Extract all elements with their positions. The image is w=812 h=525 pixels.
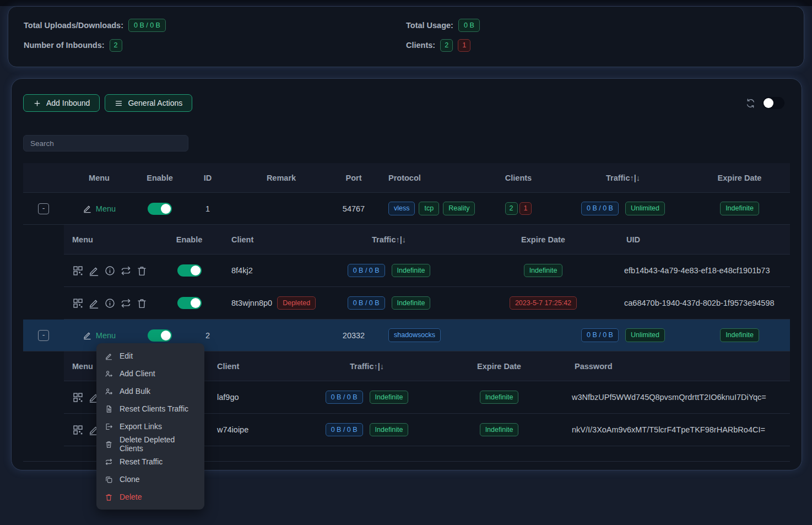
traffic-limit-badge: Indefinite [392,264,431,277]
expire-badge: Indefinite [480,423,519,436]
header-traffic-sort[interactable]: Traffic↑|↓ [557,174,689,182]
add-inbound-button[interactable]: Add Inbound [23,94,100,112]
qr-code-icon[interactable] [72,265,84,277]
general-actions-button[interactable]: General Actions [105,94,192,112]
toolbar: Add Inbound General Actions [23,94,790,112]
header-menu: Menu [64,235,166,244]
header-client: Client [213,235,309,244]
qr-code-icon[interactable] [72,297,84,309]
menu-item-delete[interactable]: Delete [96,488,204,506]
stat-total-usage: Total Usage: 0 B [406,19,788,32]
inbound-row-1: - Menu 1 54767 vless tcp Reality 2 1 0 [23,193,790,225]
header-port: Port [332,174,375,182]
menu-item-reset-clients-traffic[interactable]: Reset Clients Traffic [96,400,204,418]
menu-item-add-client[interactable]: Add Client [96,365,204,382]
inbound-traffic: 0 B / 0 B Unlimited [557,328,689,342]
qr-code-icon[interactable] [72,424,84,436]
add-inbound-label: Add Inbound [46,99,90,107]
header-password: Password [565,362,790,371]
delete-icon [105,493,113,501]
inbound-menu-link[interactable]: Menu [83,331,116,340]
clone-icon [105,475,113,484]
stat-label: Number of Inbounds: [24,41,105,50]
qr-code-icon[interactable] [72,392,84,403]
header-traffic-sort[interactable]: Traffic↑|↓ [309,235,469,244]
info-icon[interactable] [104,297,116,309]
info-icon[interactable] [104,265,116,277]
edit-icon[interactable] [88,297,100,309]
total-updown-badge: 0 B / 0 B [128,19,166,32]
client-enable-toggle[interactable] [177,297,202,309]
inbound-menu-label: Menu [96,204,116,213]
menu-item-clone[interactable]: Clone [96,470,204,488]
clients-table-inbound-1: Menu Enable Client Traffic↑|↓ Expire Dat… [64,225,790,320]
traffic-badge: 0 B / 0 B [326,391,363,404]
client-traffic: 0 B / 0 B Indefinite [309,264,469,277]
header-uid: UID [618,235,790,244]
stat-label: Total Uploads/Downloads: [24,21,123,30]
inbounds-count-badge: 2 [110,39,122,51]
top-edge-strip [0,0,812,6]
inbound-protocols: vless tcp Reality [375,202,480,215]
stat-label: Clients: [406,41,435,50]
client-password: w3NfbzUPf5WWd745Q8pvsmQrdrttT2IO6knuI7Di… [565,393,790,402]
protocol-tag: vless [388,202,415,215]
clients-active-badge: 2 [440,39,453,51]
menu-item-edit[interactable]: Edit [96,347,204,365]
menu-item-reset-traffic[interactable]: Reset Traffic [96,453,204,470]
export-links-icon [105,423,113,431]
toggle-knob [764,98,773,108]
traffic-badge: 0 B / 0 B [581,328,619,342]
stat-number-of-inbounds: Number of Inbounds: 2 [24,39,406,51]
header-menu: Menu [64,174,134,182]
client-name: 8t3wjnn8p0 Depleted [231,296,316,310]
header-expire-date: Expire Date [469,235,618,244]
edit-pencil-icon [83,204,92,213]
stat-clients: Clients: 2 1 [406,39,788,51]
header-enable: Enable [134,174,185,182]
menu-item-delete-depleted-clients[interactable]: Delete Depleted Clients [96,435,204,453]
header-expire-date: Expire Date [433,362,565,371]
search-input[interactable] [23,135,188,151]
reset-traffic-icon[interactable] [120,265,132,277]
total-usage-badge: 0 B [458,19,480,32]
delete-icon[interactable] [136,265,148,277]
client-actions [64,297,166,309]
inbound-traffic: 0 B / 0 B Unlimited [557,202,689,215]
delete-icon[interactable] [136,297,148,309]
client-enable-toggle[interactable] [177,264,202,277]
client-password: nkV/I/3XoAm9v6xMT/T5lcrF4TpeTKF98rHARbRo… [565,425,790,434]
inbound-protocols: shadowsocks [375,328,480,342]
stat-total-uploads-downloads: Total Uploads/Downloads: 0 B / 0 B [24,19,406,32]
protocol-tag: tcp [419,202,439,215]
collapse-row-button[interactable]: - [38,330,49,341]
inbound-enable-toggle[interactable] [148,203,172,215]
inbound-id: 1 [185,204,230,213]
collapse-row-button[interactable]: - [38,203,49,214]
header-expire-date: Expire Date [689,174,790,182]
protocol-tag: shadowsocks [388,328,441,342]
theme-toggle[interactable] [762,97,784,109]
inbound-context-menu: Edit Add Client Add Bulk Reset Clients T… [96,343,204,510]
menu-lines-icon [115,99,123,107]
inbound-menu-link[interactable]: Menu [83,204,116,213]
reset-traffic-icon[interactable] [120,297,132,309]
inbound-enable-toggle[interactable] [148,329,172,342]
header-protocol: Protocol [375,174,480,182]
traffic-limit-badge: Indefinite [370,423,409,436]
add-bulk-icon [105,387,113,396]
menu-item-export-links[interactable]: Export Links [96,418,204,435]
reset-clients-traffic-icon [105,405,113,413]
clients-depleted-badge: 1 [519,202,532,214]
client-row-8t3wjnn8p0: 8t3wjnn8p0 Depleted 0 B / 0 B Indefinite… [64,287,790,320]
clients-table-header: Menu Enable Client Traffic↑|↓ Expire Dat… [64,225,790,255]
traffic-badge: 0 B / 0 B [326,423,363,436]
refresh-icon[interactable] [745,98,756,109]
inbound-port: 20332 [332,331,375,340]
client-row-8f4kj2: 8f4kj2 0 B / 0 B Indefinite Indefinite e… [64,255,790,287]
header-traffic-sort[interactable]: Traffic↑|↓ [301,362,433,371]
client-uid: efb14b43-4a79-4e83-ef18-e48cf1901b73 [618,266,790,275]
edit-icon[interactable] [88,265,100,277]
menu-item-add-bulk[interactable]: Add Bulk [96,382,204,400]
client-traffic: 0 B / 0 B Indefinite [309,296,469,310]
